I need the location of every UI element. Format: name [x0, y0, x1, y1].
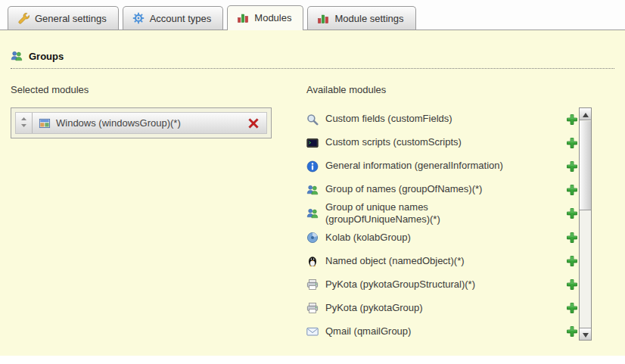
windows-icon — [39, 117, 51, 129]
available-module-label: Kolab (kolabGroup) — [325, 232, 411, 244]
content-area: Groups Selected modules Windows (windows… — [0, 30, 625, 356]
tab-bar: General settings Account types Modules M… — [0, 0, 625, 30]
kolab-icon — [306, 232, 319, 244]
plus-icon — [566, 114, 578, 126]
plus-icon — [566, 302, 578, 314]
available-module-row: Custom fields (customFields) — [306, 107, 578, 131]
available-module-label: Custom fields (customFields) — [325, 113, 452, 125]
add-module-button[interactable] — [566, 255, 578, 267]
tab-modules[interactable]: Modules — [227, 5, 303, 30]
available-module-label: Group of unique names (groupOfUniqueName… — [325, 201, 524, 226]
available-module-row: PyKota (pykotaGroup) — [306, 297, 578, 320]
add-module-button[interactable] — [566, 114, 578, 126]
available-module-label: PyKota (pykotaGroupStructural)(*) — [325, 278, 475, 291]
tux-icon — [306, 255, 319, 267]
screen-icon — [306, 137, 319, 149]
modules-columns: Selected modules Windows (windowsGroup)(… — [11, 76, 614, 344]
available-module-label: Custom scripts (customScripts) — [325, 136, 462, 148]
printer-icon — [306, 278, 319, 291]
scroll-thumb[interactable] — [580, 121, 591, 210]
available-modules-heading: Available modules — [306, 84, 578, 95]
selected-modules-column: Selected modules Windows (windowsGroup)(… — [11, 76, 294, 344]
group-icon — [306, 184, 319, 196]
drag-handle[interactable] — [16, 113, 33, 133]
plus-icon — [566, 160, 578, 173]
section-title: Groups — [29, 51, 64, 62]
selected-module-row: Windows (windowsGroup)(*) — [15, 112, 267, 134]
add-module-button[interactable] — [566, 207, 578, 219]
tab-label: Module settings — [334, 13, 403, 24]
modules-chart-icon — [317, 12, 329, 24]
delete-icon — [247, 117, 260, 129]
add-module-button[interactable] — [566, 232, 578, 244]
available-module-label: PyKota (pykotaGroup) — [325, 302, 423, 314]
add-module-button[interactable] — [566, 325, 578, 338]
available-module-row: Group of unique names (groupOfUniqueName… — [306, 201, 578, 226]
group-icon — [306, 207, 319, 219]
groups-section-header: Groups — [11, 30, 614, 69]
available-module-row: Custom scripts (customScripts) — [306, 131, 578, 154]
available-module-label: Named object (namedObject)(*) — [325, 255, 465, 267]
available-module-row: PyKota (pykotaGroupStructural)(*) — [306, 273, 578, 297]
selected-module-label: Windows (windowsGroup)(*) — [56, 117, 247, 129]
available-module-label: Qmail (qmailGroup) — [325, 325, 411, 338]
tab-module-settings[interactable]: Module settings — [307, 6, 415, 30]
available-module-row: Qmail (qmailGroup) — [306, 320, 578, 344]
remove-module-button[interactable] — [247, 117, 260, 129]
gear-icon — [132, 12, 145, 24]
available-module-label: Group of names (groupOfNames)(*) — [325, 183, 482, 195]
plus-icon — [566, 325, 578, 338]
plus-icon — [566, 137, 578, 149]
arrow-down-icon — [583, 328, 589, 340]
plus-icon — [566, 278, 578, 291]
available-module-row: Kolab (kolabGroup) — [306, 226, 578, 250]
plus-icon — [566, 207, 578, 219]
available-modules-list: Custom fields (customFields) Custom scri… — [306, 107, 578, 344]
selected-modules-box: Windows (windowsGroup)(*) — [11, 107, 272, 138]
tab-account-types[interactable]: Account types — [123, 6, 224, 30]
tab-label: Modules — [254, 12, 291, 23]
selected-modules-list: Windows (windowsGroup)(*) — [15, 112, 267, 134]
add-module-button[interactable] — [566, 160, 578, 173]
available-module-row: Group of names (groupOfNames)(*) — [306, 178, 578, 201]
available-module-row: Named object (namedObject)(*) — [306, 250, 578, 273]
info-icon — [306, 160, 319, 173]
add-module-button[interactable] — [566, 137, 578, 149]
mail-icon — [306, 325, 319, 338]
add-module-button[interactable] — [566, 278, 578, 291]
arrow-up-icon — [583, 108, 589, 120]
add-module-button[interactable] — [566, 302, 578, 314]
magnifier-icon — [306, 114, 319, 126]
drag-icon — [20, 117, 27, 129]
selected-modules-heading: Selected modules — [11, 84, 294, 95]
modules-chart-icon — [237, 11, 249, 23]
tab-label: Account types — [150, 13, 212, 24]
wrench-icon — [17, 12, 30, 24]
available-modules-column: Available modules Custom fields (customF… — [294, 76, 614, 344]
plus-icon — [566, 255, 578, 267]
available-module-label: General information (generalInformation) — [325, 160, 503, 172]
add-module-button[interactable] — [566, 184, 578, 196]
scrollbar[interactable] — [579, 107, 592, 341]
tab-general-settings[interactable]: General settings — [8, 6, 119, 30]
plus-icon — [566, 232, 578, 244]
plus-icon — [566, 184, 578, 196]
groups-icon — [11, 50, 23, 62]
scroll-up-button[interactable] — [580, 108, 591, 120]
printer-icon — [306, 302, 319, 314]
tab-label: General settings — [35, 13, 107, 24]
scroll-down-button[interactable] — [580, 328, 591, 340]
available-module-row: General information (generalInformation) — [306, 154, 578, 178]
